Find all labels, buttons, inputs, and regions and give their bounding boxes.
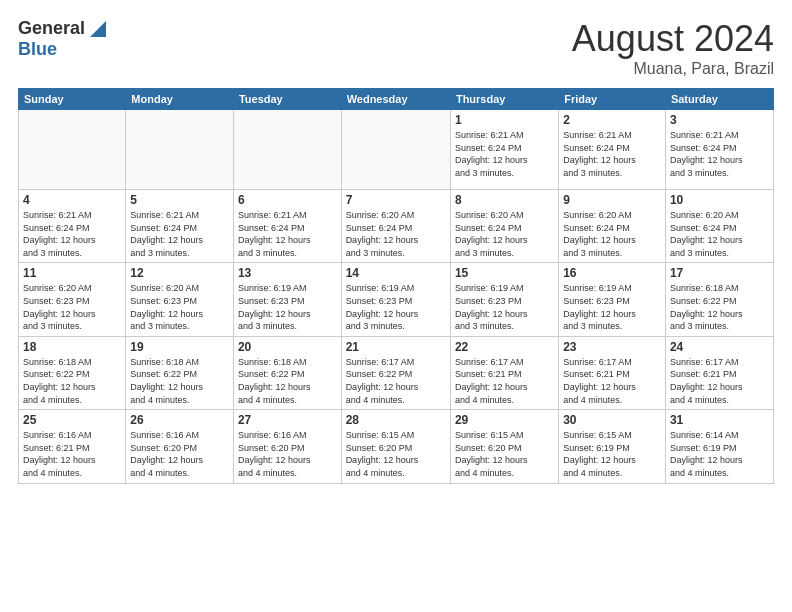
day-info: Sunrise: 6:17 AM Sunset: 6:22 PM Dayligh… bbox=[346, 356, 446, 406]
table-row bbox=[126, 110, 234, 190]
day-number: 18 bbox=[23, 340, 121, 354]
day-info: Sunrise: 6:18 AM Sunset: 6:22 PM Dayligh… bbox=[23, 356, 121, 406]
day-info: Sunrise: 6:20 AM Sunset: 6:23 PM Dayligh… bbox=[23, 282, 121, 332]
day-info: Sunrise: 6:19 AM Sunset: 6:23 PM Dayligh… bbox=[563, 282, 661, 332]
table-row: 6Sunrise: 6:21 AM Sunset: 6:24 PM Daylig… bbox=[233, 190, 341, 263]
table-row: 7Sunrise: 6:20 AM Sunset: 6:24 PM Daylig… bbox=[341, 190, 450, 263]
table-row: 2Sunrise: 6:21 AM Sunset: 6:24 PM Daylig… bbox=[559, 110, 666, 190]
day-info: Sunrise: 6:18 AM Sunset: 6:22 PM Dayligh… bbox=[238, 356, 337, 406]
day-number: 23 bbox=[563, 340, 661, 354]
day-info: Sunrise: 6:19 AM Sunset: 6:23 PM Dayligh… bbox=[238, 282, 337, 332]
calendar-week-row: 1Sunrise: 6:21 AM Sunset: 6:24 PM Daylig… bbox=[19, 110, 774, 190]
table-row: 11Sunrise: 6:20 AM Sunset: 6:23 PM Dayli… bbox=[19, 263, 126, 336]
day-number: 30 bbox=[563, 413, 661, 427]
day-number: 12 bbox=[130, 266, 229, 280]
table-row: 14Sunrise: 6:19 AM Sunset: 6:23 PM Dayli… bbox=[341, 263, 450, 336]
table-row bbox=[19, 110, 126, 190]
table-row: 13Sunrise: 6:19 AM Sunset: 6:23 PM Dayli… bbox=[233, 263, 341, 336]
table-row: 27Sunrise: 6:16 AM Sunset: 6:20 PM Dayli… bbox=[233, 410, 341, 483]
calendar-week-row: 25Sunrise: 6:16 AM Sunset: 6:21 PM Dayli… bbox=[19, 410, 774, 483]
table-row: 25Sunrise: 6:16 AM Sunset: 6:21 PM Dayli… bbox=[19, 410, 126, 483]
table-row: 10Sunrise: 6:20 AM Sunset: 6:24 PM Dayli… bbox=[665, 190, 773, 263]
day-number: 19 bbox=[130, 340, 229, 354]
table-row: 16Sunrise: 6:19 AM Sunset: 6:23 PM Dayli… bbox=[559, 263, 666, 336]
logo-top: General bbox=[18, 18, 108, 39]
day-info: Sunrise: 6:20 AM Sunset: 6:24 PM Dayligh… bbox=[455, 209, 554, 259]
calendar-subtitle: Muana, Para, Brazil bbox=[572, 60, 774, 78]
day-info: Sunrise: 6:14 AM Sunset: 6:19 PM Dayligh… bbox=[670, 429, 769, 479]
day-info: Sunrise: 6:16 AM Sunset: 6:20 PM Dayligh… bbox=[238, 429, 337, 479]
calendar-week-row: 11Sunrise: 6:20 AM Sunset: 6:23 PM Dayli… bbox=[19, 263, 774, 336]
col-wednesday: Wednesday bbox=[341, 89, 450, 110]
table-row: 9Sunrise: 6:20 AM Sunset: 6:24 PM Daylig… bbox=[559, 190, 666, 263]
day-number: 7 bbox=[346, 193, 446, 207]
calendar-header-row: Sunday Monday Tuesday Wednesday Thursday… bbox=[19, 89, 774, 110]
day-info: Sunrise: 6:16 AM Sunset: 6:20 PM Dayligh… bbox=[130, 429, 229, 479]
calendar-week-row: 18Sunrise: 6:18 AM Sunset: 6:22 PM Dayli… bbox=[19, 336, 774, 409]
day-number: 15 bbox=[455, 266, 554, 280]
day-number: 1 bbox=[455, 113, 554, 127]
day-info: Sunrise: 6:21 AM Sunset: 6:24 PM Dayligh… bbox=[23, 209, 121, 259]
day-info: Sunrise: 6:21 AM Sunset: 6:24 PM Dayligh… bbox=[563, 129, 661, 179]
table-row: 17Sunrise: 6:18 AM Sunset: 6:22 PM Dayli… bbox=[665, 263, 773, 336]
day-number: 20 bbox=[238, 340, 337, 354]
table-row: 24Sunrise: 6:17 AM Sunset: 6:21 PM Dayli… bbox=[665, 336, 773, 409]
table-row: 4Sunrise: 6:21 AM Sunset: 6:24 PM Daylig… bbox=[19, 190, 126, 263]
header: General Blue August 2024 Muana, Para, Br… bbox=[18, 18, 774, 78]
day-number: 17 bbox=[670, 266, 769, 280]
table-row: 22Sunrise: 6:17 AM Sunset: 6:21 PM Dayli… bbox=[450, 336, 558, 409]
page: General Blue August 2024 Muana, Para, Br… bbox=[0, 0, 792, 612]
calendar-table: Sunday Monday Tuesday Wednesday Thursday… bbox=[18, 88, 774, 484]
logo-arrow-icon bbox=[88, 19, 108, 39]
day-number: 13 bbox=[238, 266, 337, 280]
table-row: 31Sunrise: 6:14 AM Sunset: 6:19 PM Dayli… bbox=[665, 410, 773, 483]
day-number: 8 bbox=[455, 193, 554, 207]
col-thursday: Thursday bbox=[450, 89, 558, 110]
table-row bbox=[341, 110, 450, 190]
table-row bbox=[233, 110, 341, 190]
day-info: Sunrise: 6:20 AM Sunset: 6:24 PM Dayligh… bbox=[670, 209, 769, 259]
logo-blue-text: Blue bbox=[18, 39, 57, 60]
day-info: Sunrise: 6:15 AM Sunset: 6:19 PM Dayligh… bbox=[563, 429, 661, 479]
table-row: 18Sunrise: 6:18 AM Sunset: 6:22 PM Dayli… bbox=[19, 336, 126, 409]
logo-general-text: General bbox=[18, 18, 85, 39]
col-saturday: Saturday bbox=[665, 89, 773, 110]
day-number: 29 bbox=[455, 413, 554, 427]
day-number: 14 bbox=[346, 266, 446, 280]
table-row: 19Sunrise: 6:18 AM Sunset: 6:22 PM Dayli… bbox=[126, 336, 234, 409]
day-info: Sunrise: 6:17 AM Sunset: 6:21 PM Dayligh… bbox=[563, 356, 661, 406]
day-number: 10 bbox=[670, 193, 769, 207]
day-number: 11 bbox=[23, 266, 121, 280]
day-number: 2 bbox=[563, 113, 661, 127]
day-number: 16 bbox=[563, 266, 661, 280]
day-number: 9 bbox=[563, 193, 661, 207]
day-info: Sunrise: 6:18 AM Sunset: 6:22 PM Dayligh… bbox=[670, 282, 769, 332]
day-info: Sunrise: 6:15 AM Sunset: 6:20 PM Dayligh… bbox=[455, 429, 554, 479]
day-number: 3 bbox=[670, 113, 769, 127]
day-number: 5 bbox=[130, 193, 229, 207]
day-number: 4 bbox=[23, 193, 121, 207]
table-row: 15Sunrise: 6:19 AM Sunset: 6:23 PM Dayli… bbox=[450, 263, 558, 336]
day-info: Sunrise: 6:17 AM Sunset: 6:21 PM Dayligh… bbox=[670, 356, 769, 406]
col-sunday: Sunday bbox=[19, 89, 126, 110]
day-info: Sunrise: 6:21 AM Sunset: 6:24 PM Dayligh… bbox=[238, 209, 337, 259]
day-info: Sunrise: 6:19 AM Sunset: 6:23 PM Dayligh… bbox=[346, 282, 446, 332]
svg-marker-0 bbox=[90, 21, 106, 37]
table-row: 3Sunrise: 6:21 AM Sunset: 6:24 PM Daylig… bbox=[665, 110, 773, 190]
table-row: 26Sunrise: 6:16 AM Sunset: 6:20 PM Dayli… bbox=[126, 410, 234, 483]
table-row: 28Sunrise: 6:15 AM Sunset: 6:20 PM Dayli… bbox=[341, 410, 450, 483]
logo: General Blue bbox=[18, 18, 108, 60]
day-info: Sunrise: 6:21 AM Sunset: 6:24 PM Dayligh… bbox=[130, 209, 229, 259]
day-number: 25 bbox=[23, 413, 121, 427]
day-info: Sunrise: 6:19 AM Sunset: 6:23 PM Dayligh… bbox=[455, 282, 554, 332]
table-row: 23Sunrise: 6:17 AM Sunset: 6:21 PM Dayli… bbox=[559, 336, 666, 409]
day-info: Sunrise: 6:18 AM Sunset: 6:22 PM Dayligh… bbox=[130, 356, 229, 406]
day-number: 24 bbox=[670, 340, 769, 354]
col-tuesday: Tuesday bbox=[233, 89, 341, 110]
day-info: Sunrise: 6:17 AM Sunset: 6:21 PM Dayligh… bbox=[455, 356, 554, 406]
col-friday: Friday bbox=[559, 89, 666, 110]
table-row: 12Sunrise: 6:20 AM Sunset: 6:23 PM Dayli… bbox=[126, 263, 234, 336]
table-row: 5Sunrise: 6:21 AM Sunset: 6:24 PM Daylig… bbox=[126, 190, 234, 263]
table-row: 1Sunrise: 6:21 AM Sunset: 6:24 PM Daylig… bbox=[450, 110, 558, 190]
table-row: 29Sunrise: 6:15 AM Sunset: 6:20 PM Dayli… bbox=[450, 410, 558, 483]
